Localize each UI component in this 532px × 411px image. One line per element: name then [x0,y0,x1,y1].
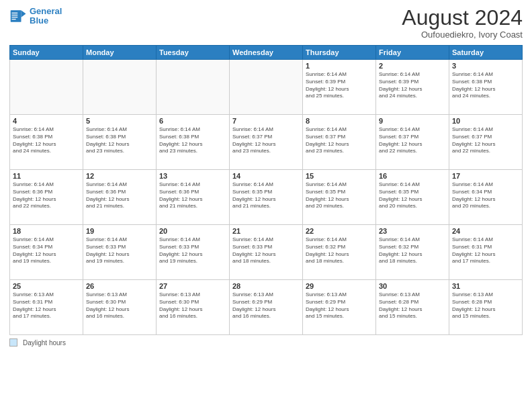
day-info: Sunrise: 6:13 AM Sunset: 6:29 PM Dayligh… [306,291,373,320]
day-info: Sunrise: 6:14 AM Sunset: 6:38 PM Dayligh… [452,71,519,100]
calendar-cell: 27Sunrise: 6:13 AM Sunset: 6:30 PM Dayli… [157,280,230,335]
day-number: 20 [159,227,226,235]
calendar-cell: 26Sunrise: 6:13 AM Sunset: 6:30 PM Dayli… [83,280,157,335]
header-wednesday: Wednesday [230,46,303,60]
calendar-cell [83,60,157,115]
day-info: Sunrise: 6:14 AM Sunset: 6:33 PM Dayligh… [232,236,300,265]
svg-rect-3 [12,15,18,15]
day-info: Sunrise: 6:13 AM Sunset: 6:28 PM Dayligh… [452,291,519,320]
day-number: 2 [379,62,446,70]
day-number: 3 [452,62,519,70]
day-info: Sunrise: 6:14 AM Sunset: 6:37 PM Dayligh… [379,126,446,155]
day-info: Sunrise: 6:14 AM Sunset: 6:37 PM Dayligh… [232,126,300,155]
title-area: August 2024 Oufouediekro, Ivory Coast [402,7,523,40]
day-number: 5 [86,117,153,125]
day-number: 9 [379,117,446,125]
day-number: 1 [306,62,373,70]
day-number: 10 [452,117,519,125]
svg-rect-4 [12,17,18,17]
day-info: Sunrise: 6:14 AM Sunset: 6:35 PM Dayligh… [379,181,446,210]
calendar-cell: 17Sunrise: 6:14 AM Sunset: 6:34 PM Dayli… [449,170,523,225]
day-info: Sunrise: 6:13 AM Sunset: 6:30 PM Dayligh… [159,291,226,320]
calendar-week-3: 18Sunrise: 6:14 AM Sunset: 6:34 PM Dayli… [10,225,523,280]
calendar-cell: 30Sunrise: 6:13 AM Sunset: 6:28 PM Dayli… [376,280,449,335]
day-number: 18 [13,227,80,235]
day-number: 8 [306,117,373,125]
calendar-cell: 6Sunrise: 6:14 AM Sunset: 6:38 PM Daylig… [157,115,230,170]
header-sunday: Sunday [10,46,83,60]
calendar-cell: 18Sunrise: 6:14 AM Sunset: 6:34 PM Dayli… [10,225,83,280]
calendar-cell: 7Sunrise: 6:14 AM Sunset: 6:37 PM Daylig… [230,115,303,170]
header-thursday: Thursday [303,46,376,60]
day-info: Sunrise: 6:13 AM Sunset: 6:31 PM Dayligh… [13,291,80,320]
day-info: Sunrise: 6:14 AM Sunset: 6:36 PM Dayligh… [86,181,153,210]
calendar-cell: 2Sunrise: 6:14 AM Sunset: 6:39 PM Daylig… [376,60,449,115]
svg-rect-5 [12,19,16,19]
svg-marker-1 [21,11,26,18]
day-number: 21 [232,227,300,235]
calendar-cell [10,60,83,115]
calendar-cell: 24Sunrise: 6:14 AM Sunset: 6:31 PM Dayli… [449,225,523,280]
location: Oufouediekro, Ivory Coast [402,30,523,40]
calendar-cell: 12Sunrise: 6:14 AM Sunset: 6:36 PM Dayli… [83,170,157,225]
day-number: 17 [452,172,519,180]
calendar-cell: 16Sunrise: 6:14 AM Sunset: 6:35 PM Dayli… [376,170,449,225]
day-info: Sunrise: 6:14 AM Sunset: 6:38 PM Dayligh… [13,126,80,155]
day-info: Sunrise: 6:14 AM Sunset: 6:36 PM Dayligh… [159,181,226,210]
header: General Blue August 2024 Oufouediekro, I… [9,7,523,40]
day-number: 25 [13,282,80,290]
day-info: Sunrise: 6:14 AM Sunset: 6:31 PM Dayligh… [452,236,519,265]
calendar-cell [230,60,303,115]
day-info: Sunrise: 6:14 AM Sunset: 6:33 PM Dayligh… [159,236,226,265]
logo-line1: General [30,6,62,16]
day-info: Sunrise: 6:14 AM Sunset: 6:39 PM Dayligh… [306,71,373,100]
header-monday: Monday [83,46,157,60]
calendar-cell: 4Sunrise: 6:14 AM Sunset: 6:38 PM Daylig… [10,115,83,170]
logo-icon [9,7,28,26]
day-number: 16 [379,172,446,180]
day-info: Sunrise: 6:14 AM Sunset: 6:32 PM Dayligh… [379,236,446,265]
logo-text: General Blue [30,7,62,26]
svg-rect-0 [11,11,21,23]
header-saturday: Saturday [449,46,523,60]
calendar-cell: 31Sunrise: 6:13 AM Sunset: 6:28 PM Dayli… [449,280,523,335]
calendar-cell: 19Sunrise: 6:14 AM Sunset: 6:33 PM Dayli… [83,225,157,280]
day-number: 31 [452,282,519,290]
day-number: 23 [379,227,446,235]
calendar-cell: 5Sunrise: 6:14 AM Sunset: 6:38 PM Daylig… [83,115,157,170]
calendar-cell [157,60,230,115]
day-number: 24 [452,227,519,235]
calendar-cell: 3Sunrise: 6:14 AM Sunset: 6:38 PM Daylig… [449,60,523,115]
daylight-label: Daylight hours [23,339,66,347]
logo: General Blue [9,7,62,26]
calendar-cell: 13Sunrise: 6:14 AM Sunset: 6:36 PM Dayli… [157,170,230,225]
day-number: 15 [306,172,373,180]
day-number: 19 [86,227,153,235]
calendar: Sunday Monday Tuesday Wednesday Thursday… [9,45,523,335]
calendar-cell: 11Sunrise: 6:14 AM Sunset: 6:36 PM Dayli… [10,170,83,225]
day-info: Sunrise: 6:14 AM Sunset: 6:38 PM Dayligh… [159,126,226,155]
day-info: Sunrise: 6:14 AM Sunset: 6:33 PM Dayligh… [86,236,153,265]
daylight-legend-box [9,338,17,347]
calendar-cell: 9Sunrise: 6:14 AM Sunset: 6:37 PM Daylig… [376,115,449,170]
day-info: Sunrise: 6:14 AM Sunset: 6:38 PM Dayligh… [86,126,153,155]
calendar-cell: 1Sunrise: 6:14 AM Sunset: 6:39 PM Daylig… [303,60,376,115]
day-number: 30 [379,282,446,290]
calendar-week-0: 1Sunrise: 6:14 AM Sunset: 6:39 PM Daylig… [10,60,523,115]
calendar-cell: 23Sunrise: 6:14 AM Sunset: 6:32 PM Dayli… [376,225,449,280]
calendar-cell: 25Sunrise: 6:13 AM Sunset: 6:31 PM Dayli… [10,280,83,335]
day-number: 27 [159,282,226,290]
day-info: Sunrise: 6:13 AM Sunset: 6:28 PM Dayligh… [379,291,446,320]
calendar-cell: 20Sunrise: 6:14 AM Sunset: 6:33 PM Dayli… [157,225,230,280]
day-number: 6 [159,117,226,125]
day-info: Sunrise: 6:14 AM Sunset: 6:36 PM Dayligh… [13,181,80,210]
day-number: 28 [232,282,300,290]
day-number: 29 [306,282,373,290]
day-info: Sunrise: 6:14 AM Sunset: 6:39 PM Dayligh… [379,71,446,100]
calendar-cell: 8Sunrise: 6:14 AM Sunset: 6:37 PM Daylig… [303,115,376,170]
calendar-week-1: 4Sunrise: 6:14 AM Sunset: 6:38 PM Daylig… [10,115,523,170]
day-number: 12 [86,172,153,180]
day-number: 26 [86,282,153,290]
footer: Daylight hours [9,338,523,347]
day-info: Sunrise: 6:14 AM Sunset: 6:34 PM Dayligh… [452,181,519,210]
